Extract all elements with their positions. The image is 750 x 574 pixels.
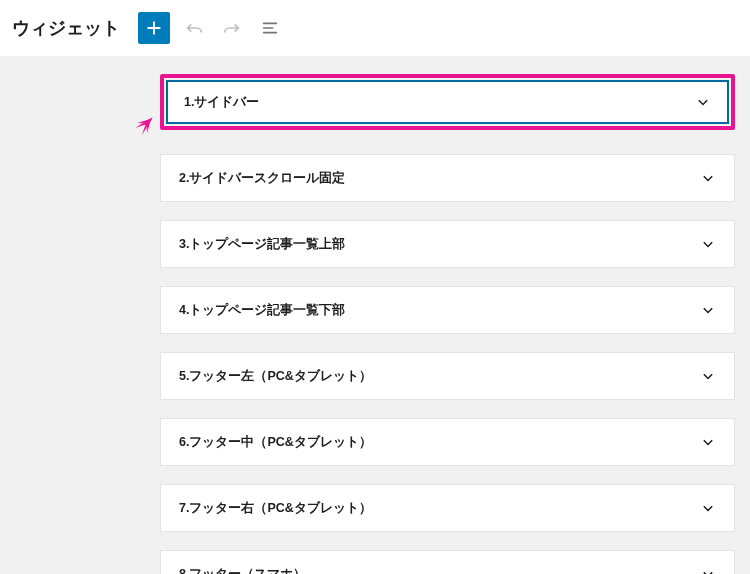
undo-icon <box>183 17 205 39</box>
chevron-down-icon <box>698 234 718 254</box>
top-toolbar: ウィジェット <box>0 0 750 56</box>
annotation-arrow-icon <box>114 114 156 160</box>
widget-area-top-page-list-lower[interactable]: 4.トップページ記事一覧下部 <box>160 286 735 334</box>
widget-area-sidebar[interactable]: 1.サイドバー <box>160 74 735 130</box>
widget-area-sidebar-scroll-fixed[interactable]: 2.サイドバースクロール固定 <box>160 154 735 202</box>
widget-area-footer-right[interactable]: 7.フッター右（PC&タブレット） <box>160 484 735 532</box>
widget-area-label: 2.サイドバースクロール固定 <box>179 170 345 187</box>
redo-icon <box>221 17 243 39</box>
redo-button[interactable] <box>218 14 246 42</box>
widget-area-footer-sp[interactable]: 8.フッター（スマホ） <box>160 550 735 574</box>
widget-area-label: 1.サイドバー <box>184 94 259 111</box>
chevron-down-icon <box>698 498 718 518</box>
chevron-down-icon <box>698 432 718 452</box>
add-block-button[interactable] <box>138 12 170 44</box>
list-view-button[interactable] <box>256 14 284 42</box>
widget-area-label: 3.トップページ記事一覧上部 <box>179 236 345 253</box>
widget-area-footer-center[interactable]: 6.フッター中（PC&タブレット） <box>160 418 735 466</box>
chevron-down-icon <box>698 366 718 386</box>
widget-area-label: 6.フッター中（PC&タブレット） <box>179 434 372 451</box>
widget-area-label: 4.トップページ記事一覧下部 <box>179 302 345 319</box>
undo-button[interactable] <box>180 14 208 42</box>
widget-area-label: 5.フッター左（PC&タブレット） <box>179 368 372 385</box>
list-view-icon <box>259 17 281 39</box>
chevron-down-icon <box>698 300 718 320</box>
chevron-down-icon <box>698 168 718 188</box>
widget-areas-list: 1.サイドバー 2.サイドバースクロール固定 3.トップページ記事一覧上部 4.… <box>0 56 750 574</box>
widget-area-label: 8.フッター（スマホ） <box>179 566 306 575</box>
widget-area-footer-left[interactable]: 5.フッター左（PC&タブレット） <box>160 352 735 400</box>
chevron-down-icon <box>693 92 713 112</box>
chevron-down-icon <box>698 564 718 574</box>
page-title: ウィジェット <box>12 16 120 40</box>
plus-icon <box>143 17 165 39</box>
widget-area-label: 7.フッター右（PC&タブレット） <box>179 500 372 517</box>
widget-area-top-page-list-upper[interactable]: 3.トップページ記事一覧上部 <box>160 220 735 268</box>
